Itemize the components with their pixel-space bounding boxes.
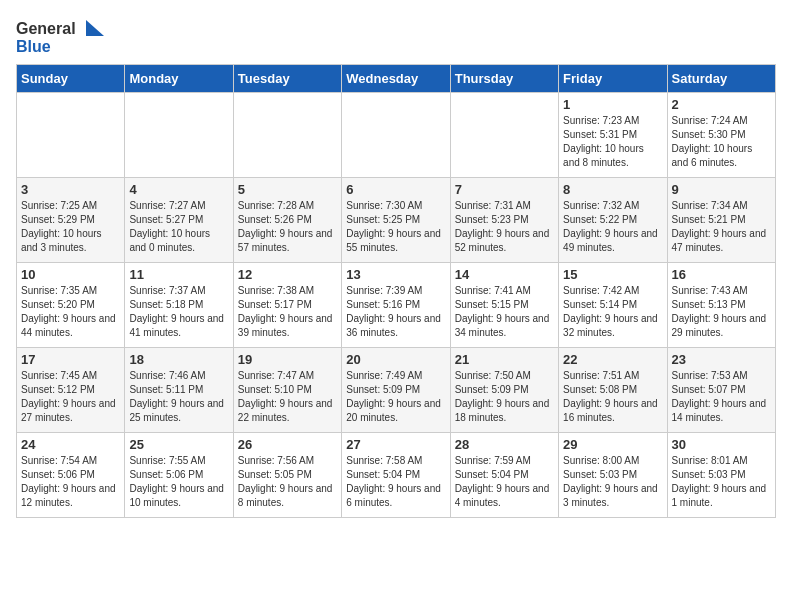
- calendar-cell: 7Sunrise: 7:31 AM Sunset: 5:23 PM Daylig…: [450, 178, 558, 263]
- day-number: 26: [238, 437, 337, 452]
- calendar-cell: 1Sunrise: 7:23 AM Sunset: 5:31 PM Daylig…: [559, 93, 667, 178]
- calendar-cell: [233, 93, 341, 178]
- day-info: Sunrise: 7:39 AM Sunset: 5:16 PM Dayligh…: [346, 284, 445, 340]
- calendar-cell: 20Sunrise: 7:49 AM Sunset: 5:09 PM Dayli…: [342, 348, 450, 433]
- day-info: Sunrise: 7:42 AM Sunset: 5:14 PM Dayligh…: [563, 284, 662, 340]
- calendar-cell: 3Sunrise: 7:25 AM Sunset: 5:29 PM Daylig…: [17, 178, 125, 263]
- day-info: Sunrise: 7:45 AM Sunset: 5:12 PM Dayligh…: [21, 369, 120, 425]
- day-number: 20: [346, 352, 445, 367]
- day-number: 7: [455, 182, 554, 197]
- day-info: Sunrise: 7:49 AM Sunset: 5:09 PM Dayligh…: [346, 369, 445, 425]
- calendar-cell: 25Sunrise: 7:55 AM Sunset: 5:06 PM Dayli…: [125, 433, 233, 518]
- day-info: Sunrise: 8:00 AM Sunset: 5:03 PM Dayligh…: [563, 454, 662, 510]
- day-number: 12: [238, 267, 337, 282]
- day-info: Sunrise: 7:27 AM Sunset: 5:27 PM Dayligh…: [129, 199, 228, 255]
- calendar-cell: [342, 93, 450, 178]
- calendar-cell: 12Sunrise: 7:38 AM Sunset: 5:17 PM Dayli…: [233, 263, 341, 348]
- day-info: Sunrise: 7:43 AM Sunset: 5:13 PM Dayligh…: [672, 284, 771, 340]
- calendar-cell: 6Sunrise: 7:30 AM Sunset: 5:25 PM Daylig…: [342, 178, 450, 263]
- day-info: Sunrise: 7:55 AM Sunset: 5:06 PM Dayligh…: [129, 454, 228, 510]
- day-number: 14: [455, 267, 554, 282]
- day-number: 10: [21, 267, 120, 282]
- day-number: 4: [129, 182, 228, 197]
- calendar-cell: 27Sunrise: 7:58 AM Sunset: 5:04 PM Dayli…: [342, 433, 450, 518]
- day-info: Sunrise: 7:32 AM Sunset: 5:22 PM Dayligh…: [563, 199, 662, 255]
- day-number: 8: [563, 182, 662, 197]
- day-info: Sunrise: 7:53 AM Sunset: 5:07 PM Dayligh…: [672, 369, 771, 425]
- calendar-cell: 22Sunrise: 7:51 AM Sunset: 5:08 PM Dayli…: [559, 348, 667, 433]
- calendar-cell: 17Sunrise: 7:45 AM Sunset: 5:12 PM Dayli…: [17, 348, 125, 433]
- calendar-week-3: 10Sunrise: 7:35 AM Sunset: 5:20 PM Dayli…: [17, 263, 776, 348]
- calendar-cell: 4Sunrise: 7:27 AM Sunset: 5:27 PM Daylig…: [125, 178, 233, 263]
- day-info: Sunrise: 7:47 AM Sunset: 5:10 PM Dayligh…: [238, 369, 337, 425]
- day-number: 29: [563, 437, 662, 452]
- calendar-cell: 2Sunrise: 7:24 AM Sunset: 5:30 PM Daylig…: [667, 93, 775, 178]
- calendar-header-row: SundayMondayTuesdayWednesdayThursdayFrid…: [17, 65, 776, 93]
- day-info: Sunrise: 7:35 AM Sunset: 5:20 PM Dayligh…: [21, 284, 120, 340]
- day-number: 1: [563, 97, 662, 112]
- day-info: Sunrise: 7:46 AM Sunset: 5:11 PM Dayligh…: [129, 369, 228, 425]
- day-number: 6: [346, 182, 445, 197]
- calendar-cell: 11Sunrise: 7:37 AM Sunset: 5:18 PM Dayli…: [125, 263, 233, 348]
- day-number: 27: [346, 437, 445, 452]
- day-info: Sunrise: 7:38 AM Sunset: 5:17 PM Dayligh…: [238, 284, 337, 340]
- header-day-sunday: Sunday: [17, 65, 125, 93]
- calendar-cell: 5Sunrise: 7:28 AM Sunset: 5:26 PM Daylig…: [233, 178, 341, 263]
- day-number: 24: [21, 437, 120, 452]
- day-info: Sunrise: 7:23 AM Sunset: 5:31 PM Dayligh…: [563, 114, 662, 170]
- day-number: 28: [455, 437, 554, 452]
- calendar-cell: 29Sunrise: 8:00 AM Sunset: 5:03 PM Dayli…: [559, 433, 667, 518]
- day-info: Sunrise: 7:58 AM Sunset: 5:04 PM Dayligh…: [346, 454, 445, 510]
- calendar-cell: [125, 93, 233, 178]
- calendar-cell: 8Sunrise: 7:32 AM Sunset: 5:22 PM Daylig…: [559, 178, 667, 263]
- header-day-thursday: Thursday: [450, 65, 558, 93]
- day-number: 30: [672, 437, 771, 452]
- header-day-friday: Friday: [559, 65, 667, 93]
- day-info: Sunrise: 7:34 AM Sunset: 5:21 PM Dayligh…: [672, 199, 771, 255]
- calendar-cell: 21Sunrise: 7:50 AM Sunset: 5:09 PM Dayli…: [450, 348, 558, 433]
- header-day-tuesday: Tuesday: [233, 65, 341, 93]
- svg-text:General: General: [16, 20, 76, 37]
- day-info: Sunrise: 7:41 AM Sunset: 5:15 PM Dayligh…: [455, 284, 554, 340]
- svg-marker-2: [86, 20, 104, 36]
- day-number: 15: [563, 267, 662, 282]
- day-info: Sunrise: 7:59 AM Sunset: 5:04 PM Dayligh…: [455, 454, 554, 510]
- logo-svg: GeneralBlue: [16, 16, 106, 56]
- day-info: Sunrise: 7:54 AM Sunset: 5:06 PM Dayligh…: [21, 454, 120, 510]
- calendar-cell: 19Sunrise: 7:47 AM Sunset: 5:10 PM Dayli…: [233, 348, 341, 433]
- day-info: Sunrise: 8:01 AM Sunset: 5:03 PM Dayligh…: [672, 454, 771, 510]
- calendar-week-1: 1Sunrise: 7:23 AM Sunset: 5:31 PM Daylig…: [17, 93, 776, 178]
- day-info: Sunrise: 7:25 AM Sunset: 5:29 PM Dayligh…: [21, 199, 120, 255]
- calendar-cell: 16Sunrise: 7:43 AM Sunset: 5:13 PM Dayli…: [667, 263, 775, 348]
- svg-text:Blue: Blue: [16, 38, 51, 55]
- day-number: 22: [563, 352, 662, 367]
- calendar-cell: 10Sunrise: 7:35 AM Sunset: 5:20 PM Dayli…: [17, 263, 125, 348]
- day-number: 23: [672, 352, 771, 367]
- day-number: 18: [129, 352, 228, 367]
- calendar-cell: 14Sunrise: 7:41 AM Sunset: 5:15 PM Dayli…: [450, 263, 558, 348]
- header: GeneralBlue: [16, 16, 776, 56]
- calendar-cell: 26Sunrise: 7:56 AM Sunset: 5:05 PM Dayli…: [233, 433, 341, 518]
- day-info: Sunrise: 7:28 AM Sunset: 5:26 PM Dayligh…: [238, 199, 337, 255]
- day-info: Sunrise: 7:50 AM Sunset: 5:09 PM Dayligh…: [455, 369, 554, 425]
- header-day-wednesday: Wednesday: [342, 65, 450, 93]
- calendar-table: SundayMondayTuesdayWednesdayThursdayFrid…: [16, 64, 776, 518]
- calendar-cell: 28Sunrise: 7:59 AM Sunset: 5:04 PM Dayli…: [450, 433, 558, 518]
- day-number: 13: [346, 267, 445, 282]
- day-number: 2: [672, 97, 771, 112]
- calendar-cell: 24Sunrise: 7:54 AM Sunset: 5:06 PM Dayli…: [17, 433, 125, 518]
- day-number: 25: [129, 437, 228, 452]
- calendar-cell: 30Sunrise: 8:01 AM Sunset: 5:03 PM Dayli…: [667, 433, 775, 518]
- calendar-cell: [450, 93, 558, 178]
- day-number: 5: [238, 182, 337, 197]
- day-info: Sunrise: 7:56 AM Sunset: 5:05 PM Dayligh…: [238, 454, 337, 510]
- header-day-saturday: Saturday: [667, 65, 775, 93]
- calendar-body: 1Sunrise: 7:23 AM Sunset: 5:31 PM Daylig…: [17, 93, 776, 518]
- day-info: Sunrise: 7:37 AM Sunset: 5:18 PM Dayligh…: [129, 284, 228, 340]
- calendar-cell: 18Sunrise: 7:46 AM Sunset: 5:11 PM Dayli…: [125, 348, 233, 433]
- calendar-week-2: 3Sunrise: 7:25 AM Sunset: 5:29 PM Daylig…: [17, 178, 776, 263]
- calendar-cell: 13Sunrise: 7:39 AM Sunset: 5:16 PM Dayli…: [342, 263, 450, 348]
- logo: GeneralBlue: [16, 16, 106, 56]
- day-number: 11: [129, 267, 228, 282]
- calendar-cell: [17, 93, 125, 178]
